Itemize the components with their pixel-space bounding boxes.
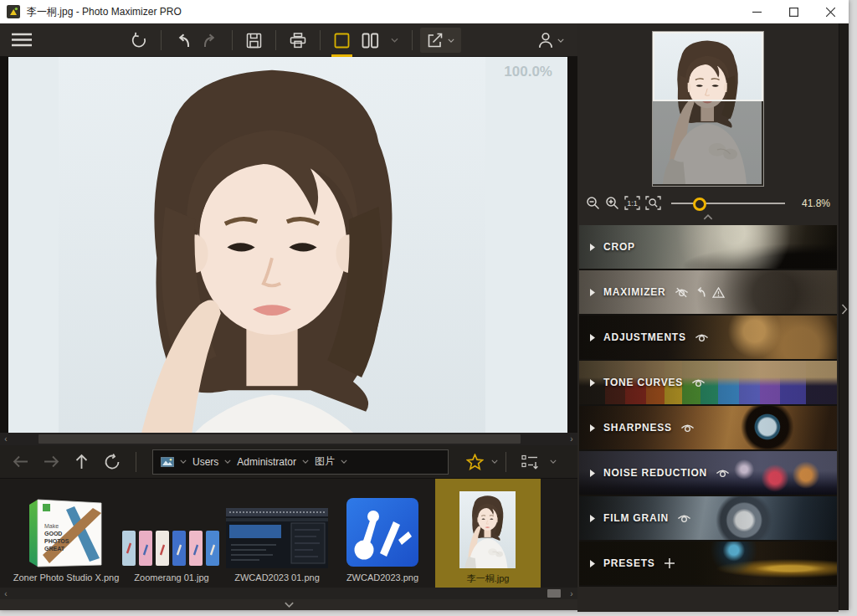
file-item[interactable]: Make GOOD PHOTOS GREAT Zoner Photo Studi… xyxy=(13,479,119,588)
section-presets[interactable]: PRESETS xyxy=(579,542,837,587)
toolbar-separator xyxy=(412,30,413,50)
zoom-in-icon xyxy=(605,196,619,210)
refresh-button[interactable] xyxy=(96,445,128,479)
zoom-slider-knob[interactable] xyxy=(693,198,706,211)
scroll-left-icon[interactable]: ‹ xyxy=(0,588,12,600)
save-button[interactable] xyxy=(240,23,268,57)
redo-button[interactable] xyxy=(197,23,224,57)
undo-icon[interactable] xyxy=(695,286,706,298)
visibility-icon[interactable] xyxy=(677,513,691,524)
maximize-button[interactable] xyxy=(775,0,812,23)
favorites-button[interactable] xyxy=(459,445,491,479)
chevron-down-icon[interactable] xyxy=(224,459,231,464)
chevron-down-icon[interactable] xyxy=(491,459,498,464)
chevron-down-icon[interactable] xyxy=(302,459,309,464)
breadcrumb: Users Administrator 图片 xyxy=(152,449,449,475)
section-noise-reduction[interactable]: NOISE REDUCTION xyxy=(579,451,837,496)
sort-view-button[interactable] xyxy=(514,445,547,479)
zoom-controls: 1:1 41.8% xyxy=(577,196,839,210)
window-title: 李一桐.jpg - Photo Maximizer PRO xyxy=(27,5,738,19)
view-compare-button[interactable] xyxy=(356,23,385,57)
app-logo-icon xyxy=(7,5,20,18)
view-single-button[interactable] xyxy=(328,23,356,57)
file-item[interactable]: ZWCAD2023 01.png xyxy=(224,479,330,588)
section-label: ADJUSTMENTS xyxy=(603,331,686,343)
scroll-track[interactable] xyxy=(12,433,566,445)
file-thumbnail-strip: Make GOOD PHOTOS GREAT Zoner Photo Studi… xyxy=(0,479,577,588)
breadcrumb-item-users[interactable]: Users xyxy=(192,456,218,468)
navigator-viewport-rect[interactable] xyxy=(653,32,763,101)
navigator-collapse-button[interactable] xyxy=(577,214,839,220)
expand-triangle-icon xyxy=(590,334,595,341)
zoom-out-button[interactable] xyxy=(586,196,600,210)
file-item-selected[interactable]: 李一桐.jpg xyxy=(435,479,541,588)
browser-collapse-bar[interactable] xyxy=(0,599,577,610)
menu-button[interactable] xyxy=(5,23,38,57)
scroll-right-icon[interactable]: › xyxy=(566,433,577,445)
visibility-off-icon[interactable] xyxy=(675,287,689,298)
maximize-icon xyxy=(789,8,798,17)
viewer-hscrollbar[interactable]: ‹ › xyxy=(0,433,577,445)
zoom-slider[interactable] xyxy=(671,198,785,209)
view-compare-icon xyxy=(362,33,379,49)
svg-text:GREAT: GREAT xyxy=(44,546,65,552)
strip-hscrollbar[interactable]: ‹ › xyxy=(0,588,577,599)
print-icon xyxy=(290,33,306,49)
visibility-icon[interactable] xyxy=(695,332,709,343)
visibility-icon[interactable] xyxy=(691,377,706,388)
scroll-right-icon[interactable]: › xyxy=(566,588,577,600)
minimize-button[interactable] xyxy=(738,0,775,23)
plus-icon[interactable] xyxy=(664,557,675,569)
section-sharpness[interactable]: SHARPNESS xyxy=(579,406,837,451)
svg-text:GOOD: GOOD xyxy=(44,531,62,536)
breadcrumb-item-administrator[interactable]: Administrator xyxy=(237,456,296,468)
main-toolbar xyxy=(0,23,577,57)
chevron-down-icon[interactable] xyxy=(341,459,347,464)
visibility-icon[interactable] xyxy=(716,468,730,479)
chevron-down-icon[interactable] xyxy=(550,459,557,464)
section-label: MAXIMIZER xyxy=(603,286,666,298)
chevron-down-icon xyxy=(284,602,295,608)
panel-expand-handle[interactable] xyxy=(839,23,849,610)
up-button[interactable] xyxy=(67,445,96,479)
account-button[interactable] xyxy=(537,23,564,57)
zoom-in-button[interactable] xyxy=(605,196,619,210)
chevron-down-icon[interactable] xyxy=(180,459,187,464)
section-film-grain[interactable]: FILM GRAIN xyxy=(579,496,837,542)
file-item[interactable]: ZWCAD2023.png xyxy=(330,479,435,588)
photo-canvas[interactable]: 100.0% xyxy=(8,57,567,433)
scroll-thumb[interactable] xyxy=(38,434,521,444)
scroll-track[interactable] xyxy=(12,588,566,600)
section-adjustments[interactable]: ADJUSTMENTS xyxy=(579,316,837,361)
close-button[interactable] xyxy=(812,0,849,23)
view-mode-dropdown[interactable] xyxy=(385,23,404,57)
section-maximizer[interactable]: MAXIMIZER xyxy=(579,270,837,316)
undo-button[interactable] xyxy=(169,23,197,57)
visibility-icon[interactable] xyxy=(680,423,695,434)
breadcrumb-item-pictures[interactable]: 图片 xyxy=(315,454,335,469)
share-button[interactable] xyxy=(420,28,461,53)
forward-button[interactable] xyxy=(36,445,67,479)
section-crop[interactable]: CROP xyxy=(579,225,837,270)
zoom-slider-track[interactable] xyxy=(671,203,785,204)
fit-zoom-button[interactable] xyxy=(645,196,661,210)
side-panel: 1:1 41.8% xyxy=(577,23,849,610)
view-single-icon xyxy=(334,33,350,49)
section-tone-curves[interactable]: TONE CURVES xyxy=(579,361,837,406)
file-name: ZWCAD2023.png xyxy=(346,572,418,584)
chevron-up-icon xyxy=(703,214,713,220)
account-icon xyxy=(537,32,554,49)
navigator-preview[interactable] xyxy=(652,31,764,187)
scroll-thumb[interactable] xyxy=(547,589,561,598)
file-name: ZWCAD2023 01.png xyxy=(234,572,320,584)
toolbar-separator xyxy=(161,30,162,50)
pictures-folder-icon[interactable] xyxy=(161,457,174,467)
rotate-reset-icon xyxy=(130,32,147,49)
back-button[interactable] xyxy=(5,445,36,479)
actual-size-button[interactable]: 1:1 xyxy=(624,196,640,210)
print-button[interactable] xyxy=(284,23,312,57)
scroll-left-icon[interactable]: ‹ xyxy=(0,433,12,445)
warning-icon[interactable] xyxy=(712,287,725,298)
file-item[interactable]: Zoomerang 01.jpg xyxy=(119,479,224,588)
rotate-reset-button[interactable] xyxy=(124,23,153,57)
